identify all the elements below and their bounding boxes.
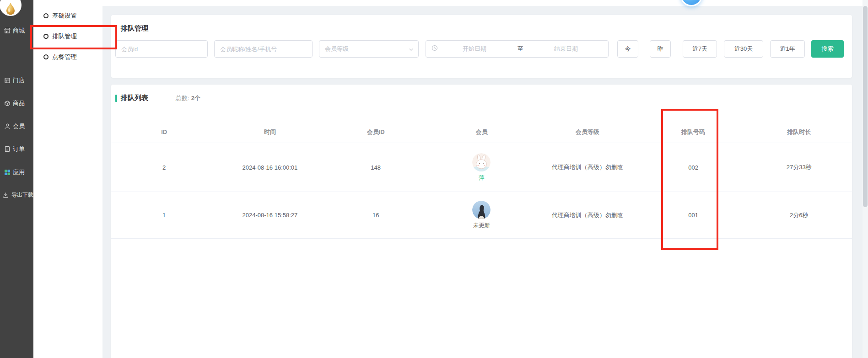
primary-sidebar: 商城 门店 商品 会员 订单: [0, 0, 33, 358]
photo-person-avatar: [472, 201, 491, 219]
panel-header: 排队管理: [111, 15, 852, 33]
search-button[interactable]: 搜索: [811, 40, 844, 58]
sidebar-item-member[interactable]: 会员: [4, 122, 25, 130]
accent-bar: [115, 95, 117, 102]
cell-member: 未更新: [429, 201, 534, 230]
cell-member-level: 代理商培训（高级）勿删改: [534, 163, 640, 171]
sidebar-item-label: 导出下载: [11, 191, 33, 199]
app-root: 商城 门店 商品 会员 订单: [0, 0, 868, 358]
order-icon: [4, 146, 11, 152]
main-content: 排队管理 会员等级 开始日期 至 结束日期: [102, 0, 868, 358]
secondary-sidebar: 基础设置 排队管理 点餐管理: [33, 0, 102, 358]
filter-row: 会员等级 开始日期 至 结束日期 今 昨 近7天 近30天 近1年: [115, 40, 852, 58]
submenu-item-basic-settings[interactable]: 基础设置: [33, 5, 102, 26]
gold-drop-icon: [5, 2, 16, 15]
quick-today-button[interactable]: 今: [617, 40, 638, 58]
cell-id: 2: [111, 164, 217, 171]
sidebar-item-label: 商城: [13, 27, 25, 35]
page-title: 排队管理: [121, 24, 148, 33]
submenu-item-label: 基础设置: [52, 12, 77, 20]
cell-member-level: 代理商培训（高级）勿删改: [534, 211, 640, 219]
sidebar-item-goods[interactable]: 商品: [4, 99, 25, 107]
shop-icon: [4, 27, 11, 34]
clock-icon: [431, 45, 438, 53]
cell-id: 1: [111, 212, 217, 219]
store-icon: [4, 77, 11, 84]
member-name: 未更新: [473, 222, 491, 230]
member-level-placeholder: 会员等级: [325, 45, 349, 53]
column-header-member-id: 会员ID: [323, 128, 429, 136]
member-id-input[interactable]: [115, 40, 208, 58]
sidebar-item-label: 会员: [13, 122, 25, 130]
radio-circle-icon: [43, 54, 49, 59]
column-header-time: 时间: [217, 128, 323, 136]
end-date-placeholder: 结束日期: [529, 45, 603, 53]
submenu-item-label: 排队管理: [52, 32, 77, 41]
list-header: 排队列表 总数:2个: [111, 85, 852, 102]
download-icon: [3, 192, 9, 198]
quick-30days-button[interactable]: 近30天: [724, 40, 763, 58]
cell-member: 萍: [429, 153, 534, 182]
sidebar-item-apps[interactable]: 应用: [4, 168, 25, 176]
sidebar-item-label: 门店: [13, 76, 25, 85]
sidebar-item-export[interactable]: 导出下载: [3, 191, 33, 199]
table-row: 1 2024-08-16 15:58:27 16: [111, 192, 852, 239]
column-header-queue-no: 排队号码: [640, 128, 746, 136]
cell-duration: 2分6秒: [746, 211, 852, 219]
total-label: 总数:: [176, 95, 189, 102]
cell-queue-no: 002: [640, 164, 746, 171]
total-value: 2个: [191, 95, 200, 102]
member-level-select[interactable]: 会员等级: [319, 40, 419, 58]
top-bar: [102, 0, 868, 6]
queue-list-panel: 排队列表 总数:2个 ID 时间 会员ID 会员 会员等级 排队号码 排队时长 …: [111, 85, 852, 358]
sidebar-item-mall[interactable]: 商城: [4, 27, 25, 35]
cell-queue-no: 001: [640, 212, 746, 219]
member-name-input[interactable]: [214, 40, 313, 58]
total-count: 总数:2个: [176, 94, 200, 102]
submenu-item-label: 点餐管理: [52, 53, 77, 61]
chevron-down-icon: [409, 47, 414, 53]
filter-panel: 排队管理 会员等级 开始日期 至 结束日期: [111, 15, 852, 78]
quick-yesterday-button[interactable]: 昨: [650, 40, 671, 58]
cartoon-rabbit-avatar: [472, 153, 491, 171]
cell-member-id: 148: [323, 164, 429, 171]
scrollbar-thumb[interactable]: [863, 6, 868, 207]
list-title: 排队列表: [121, 94, 148, 102]
quick-7days-button[interactable]: 近7天: [683, 40, 717, 58]
accent-bar: [115, 25, 117, 32]
member-icon: [4, 123, 11, 129]
cell-duration: 27分33秒: [746, 163, 852, 171]
table-row: 2 2024-08-16 16:00:01 148: [111, 143, 852, 192]
sidebar-item-order[interactable]: 订单: [4, 145, 25, 153]
column-header-id: ID: [111, 128, 217, 135]
sidebar-item-label: 订单: [13, 145, 25, 153]
cell-member-id: 16: [323, 212, 429, 219]
quick-1year-button[interactable]: 近1年: [770, 40, 805, 58]
radio-circle-icon: [43, 13, 49, 18]
sidebar-item-store[interactable]: 门店: [4, 76, 25, 85]
date-separator: 至: [511, 45, 529, 53]
column-header-member-level: 会员等级: [534, 128, 640, 136]
member-name: 萍: [479, 174, 485, 182]
submenu-item-queue-management[interactable]: 排队管理: [33, 26, 102, 47]
brand-logo: [0, 0, 22, 16]
page-scrollbar[interactable]: [863, 0, 868, 358]
sidebar-item-label: 应用: [13, 168, 25, 176]
column-header-duration: 排队时长: [746, 128, 852, 136]
radio-circle-icon: [43, 34, 49, 39]
cell-time: 2024-08-16 16:00:01: [217, 164, 323, 171]
start-date-placeholder: 开始日期: [438, 45, 511, 53]
goods-icon: [4, 100, 11, 107]
date-range-picker[interactable]: 开始日期 至 结束日期: [426, 40, 609, 58]
apps-icon: [4, 169, 11, 176]
submenu-item-ordering-management[interactable]: 点餐管理: [33, 47, 102, 67]
column-header-member: 会员: [429, 128, 534, 136]
sidebar-item-label: 商品: [13, 99, 25, 107]
table-header-row: ID 时间 会员ID 会员 会员等级 排队号码 排队时长: [111, 121, 852, 143]
cell-time: 2024-08-16 15:58:27: [217, 212, 323, 219]
